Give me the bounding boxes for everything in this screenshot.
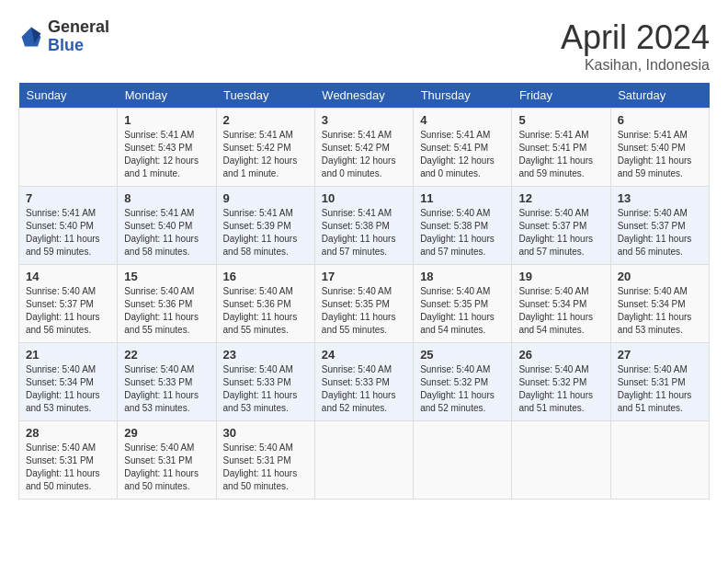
page-header: General Blue April 2024 Kasihan, Indones… [18,18,710,74]
day-number: 1 [124,113,209,127]
day-info: Sunrise: 5:41 AM Sunset: 5:43 PM Dayligh… [124,129,209,180]
calendar-cell [314,421,413,500]
calendar-cell: 4Sunrise: 5:41 AM Sunset: 5:41 PM Daylig… [414,109,512,187]
calendar-cell: 11Sunrise: 5:40 AM Sunset: 5:38 PM Dayli… [414,187,512,265]
day-number: 8 [124,191,209,205]
calendar-cell [19,109,118,187]
calendar-cell: 20Sunrise: 5:40 AM Sunset: 5:34 PM Dayli… [610,265,709,343]
calendar-cell: 13Sunrise: 5:40 AM Sunset: 5:37 PM Dayli… [610,187,709,265]
weekday-header-sunday: Sunday [19,83,118,109]
location-subtitle: Kasihan, Indonesia [561,57,710,74]
calendar-cell: 25Sunrise: 5:40 AM Sunset: 5:32 PM Dayli… [414,343,512,421]
day-info: Sunrise: 5:40 AM Sunset: 5:31 PM Dayligh… [124,442,209,493]
weekday-header-row: SundayMondayTuesdayWednesdayThursdayFrid… [19,83,710,109]
calendar-cell: 29Sunrise: 5:40 AM Sunset: 5:31 PM Dayli… [118,421,216,500]
day-info: Sunrise: 5:40 AM Sunset: 5:37 PM Dayligh… [618,207,702,259]
weekday-header-friday: Friday [512,83,610,109]
calendar-cell: 23Sunrise: 5:40 AM Sunset: 5:33 PM Dayli… [216,343,314,421]
title-block: April 2024 Kasihan, Indonesia [561,18,710,74]
weekday-header-monday: Monday [118,83,216,109]
day-number: 14 [26,270,110,283]
day-number: 29 [124,426,209,440]
day-number: 11 [420,191,505,205]
calendar-cell: 19Sunrise: 5:40 AM Sunset: 5:34 PM Dayli… [512,265,610,343]
calendar-cell: 24Sunrise: 5:40 AM Sunset: 5:33 PM Dayli… [314,343,413,421]
calendar-cell [512,421,610,500]
week-row-1: 1Sunrise: 5:41 AM Sunset: 5:43 PM Daylig… [19,109,710,187]
day-info: Sunrise: 5:41 AM Sunset: 5:41 PM Dayligh… [420,129,505,180]
day-info: Sunrise: 5:41 AM Sunset: 5:41 PM Dayligh… [518,129,603,180]
day-info: Sunrise: 5:41 AM Sunset: 5:42 PM Dayligh… [322,129,406,180]
day-info: Sunrise: 5:40 AM Sunset: 5:34 PM Dayligh… [26,363,110,415]
calendar-table: SundayMondayTuesdayWednesdayThursdayFrid… [18,83,710,500]
calendar-cell: 6Sunrise: 5:41 AM Sunset: 5:40 PM Daylig… [610,109,709,187]
day-number: 25 [420,348,505,362]
day-info: Sunrise: 5:40 AM Sunset: 5:33 PM Dayligh… [322,363,406,415]
calendar-cell: 18Sunrise: 5:40 AM Sunset: 5:35 PM Dayli… [414,265,512,343]
weekday-header-saturday: Saturday [610,83,709,109]
day-info: Sunrise: 5:41 AM Sunset: 5:40 PM Dayligh… [124,207,209,259]
weekday-header-thursday: Thursday [414,83,512,109]
day-number: 15 [124,270,209,283]
day-info: Sunrise: 5:41 AM Sunset: 5:40 PM Dayligh… [26,207,110,259]
day-info: Sunrise: 5:40 AM Sunset: 5:33 PM Dayligh… [223,363,308,415]
calendar-cell: 7Sunrise: 5:41 AM Sunset: 5:40 PM Daylig… [19,187,118,265]
weekday-header-tuesday: Tuesday [216,83,314,109]
day-info: Sunrise: 5:40 AM Sunset: 5:33 PM Dayligh… [124,363,209,415]
calendar-cell: 27Sunrise: 5:40 AM Sunset: 5:31 PM Dayli… [610,343,709,421]
day-info: Sunrise: 5:40 AM Sunset: 5:31 PM Dayligh… [618,363,702,415]
logo-general-text: General [48,18,109,37]
day-number: 24 [322,348,406,362]
day-number: 3 [322,113,406,127]
calendar-cell: 15Sunrise: 5:40 AM Sunset: 5:36 PM Dayli… [118,265,216,343]
day-number: 17 [322,270,406,283]
day-info: Sunrise: 5:40 AM Sunset: 5:36 PM Dayligh… [124,285,209,337]
day-info: Sunrise: 5:40 AM Sunset: 5:38 PM Dayligh… [420,207,505,259]
day-info: Sunrise: 5:40 AM Sunset: 5:37 PM Dayligh… [26,285,110,337]
day-number: 28 [26,426,110,440]
calendar-cell: 22Sunrise: 5:40 AM Sunset: 5:33 PM Dayli… [118,343,216,421]
day-number: 19 [518,270,603,283]
day-info: Sunrise: 5:40 AM Sunset: 5:31 PM Dayligh… [223,442,308,493]
calendar-cell: 26Sunrise: 5:40 AM Sunset: 5:32 PM Dayli… [512,343,610,421]
day-number: 21 [26,348,110,362]
calendar-cell: 5Sunrise: 5:41 AM Sunset: 5:41 PM Daylig… [512,109,610,187]
day-info: Sunrise: 5:41 AM Sunset: 5:38 PM Dayligh… [322,207,406,259]
day-info: Sunrise: 5:41 AM Sunset: 5:40 PM Dayligh… [618,129,702,180]
day-number: 20 [618,270,702,283]
calendar-cell: 8Sunrise: 5:41 AM Sunset: 5:40 PM Daylig… [118,187,216,265]
day-number: 9 [223,191,308,205]
day-number: 2 [223,113,308,127]
day-number: 13 [618,191,702,205]
day-number: 7 [26,191,110,205]
calendar-cell: 3Sunrise: 5:41 AM Sunset: 5:42 PM Daylig… [314,109,413,187]
day-number: 27 [618,348,702,362]
day-info: Sunrise: 5:40 AM Sunset: 5:32 PM Dayligh… [518,363,603,415]
logo: General Blue [18,18,109,55]
day-number: 23 [223,348,308,362]
day-number: 22 [124,348,209,362]
month-title: April 2024 [561,18,710,57]
calendar-cell: 21Sunrise: 5:40 AM Sunset: 5:34 PM Dayli… [19,343,118,421]
calendar-cell: 1Sunrise: 5:41 AM Sunset: 5:43 PM Daylig… [118,109,216,187]
day-number: 6 [618,113,702,127]
calendar-cell: 17Sunrise: 5:40 AM Sunset: 5:35 PM Dayli… [314,265,413,343]
calendar-cell: 16Sunrise: 5:40 AM Sunset: 5:36 PM Dayli… [216,265,314,343]
day-number: 30 [223,426,308,440]
logo-blue-text: Blue [48,37,109,55]
day-info: Sunrise: 5:41 AM Sunset: 5:39 PM Dayligh… [223,207,308,259]
day-number: 16 [223,270,308,283]
day-info: Sunrise: 5:40 AM Sunset: 5:35 PM Dayligh… [322,285,406,337]
day-info: Sunrise: 5:40 AM Sunset: 5:34 PM Dayligh… [518,285,603,337]
day-info: Sunrise: 5:40 AM Sunset: 5:36 PM Dayligh… [223,285,308,337]
week-row-4: 21Sunrise: 5:40 AM Sunset: 5:34 PM Dayli… [19,343,710,421]
day-info: Sunrise: 5:40 AM Sunset: 5:34 PM Dayligh… [618,285,702,337]
day-number: 18 [420,270,505,283]
calendar-cell [610,421,709,500]
day-number: 4 [420,113,505,127]
day-number: 5 [518,113,603,127]
calendar-cell [414,421,512,500]
day-number: 10 [322,191,406,205]
calendar-cell: 28Sunrise: 5:40 AM Sunset: 5:31 PM Dayli… [19,421,118,500]
week-row-2: 7Sunrise: 5:41 AM Sunset: 5:40 PM Daylig… [19,187,710,265]
